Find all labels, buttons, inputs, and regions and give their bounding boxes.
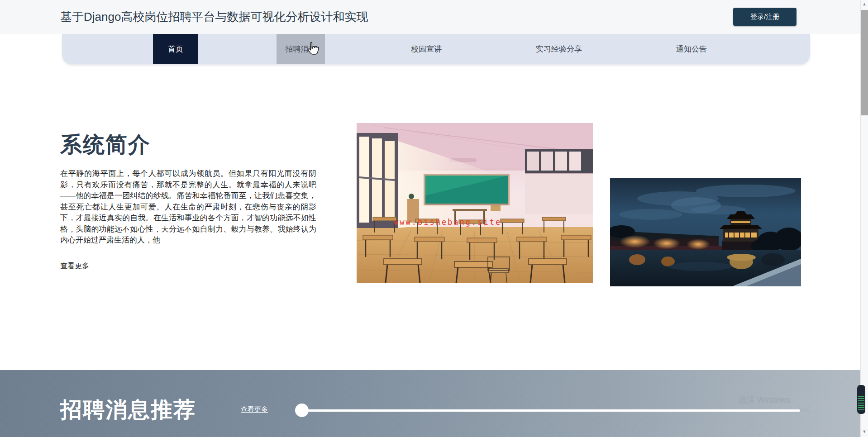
site-title: 基于Django高校岗位招聘平台与数据可视化分析设计和实现 xyxy=(60,0,368,34)
carousel-slider-handle[interactable] xyxy=(295,404,309,417)
scrollbar-thumb[interactable] xyxy=(861,10,868,115)
main-nav: 首页 招聘消息 校园宣讲 实习经验分享 通知公告 xyxy=(62,34,810,64)
nav-tab-home[interactable]: 首页 xyxy=(153,34,198,64)
palace-night-svg xyxy=(610,178,801,286)
scrollbar-up-arrow-icon[interactable]: ▲ xyxy=(861,1,868,7)
windows-activation-watermark-line1: 激活 Windows xyxy=(739,394,790,405)
intro-title: 系统简介 xyxy=(60,130,151,159)
nav-tab-internship-experience[interactable]: 实习经验分享 xyxy=(527,34,591,64)
recommend-section: 招聘消息推荐 查看更多 激活 Windows 转到“设置”以激活 Windows… xyxy=(0,370,860,437)
classroom-illustration-svg: www.bishebang.site xyxy=(357,123,593,283)
recommend-title: 招聘消息推荐 xyxy=(60,395,196,424)
recommend-more-link[interactable]: 查看更多 xyxy=(241,405,268,414)
login-register-button[interactable]: 登录/注册 xyxy=(733,8,796,26)
nav-tab-jobs[interactable]: 招聘消息 xyxy=(277,34,325,64)
scroll-minimap-stripes xyxy=(858,396,864,410)
page: 基于Django高校岗位招聘平台与数据可视化分析设计和实现 登录/注册 首页 招… xyxy=(0,0,868,437)
scroll-minimap-widget[interactable] xyxy=(857,385,865,414)
palace-night-image xyxy=(610,178,801,286)
scrollbar-down-arrow-icon[interactable]: ▼ xyxy=(861,429,868,434)
intro-more-link[interactable]: 查看更多 xyxy=(60,261,89,271)
carousel-slider-track[interactable] xyxy=(302,409,800,412)
nav-tab-campus-talks[interactable]: 校园宣讲 xyxy=(401,34,451,64)
header: 基于Django高校岗位招聘平台与数据可视化分析设计和实现 登录/注册 xyxy=(0,0,860,34)
classroom-windows-left xyxy=(357,133,398,228)
classroom-watermark-text: www.bishebang.site xyxy=(394,218,501,227)
vertical-scrollbar[interactable]: ▲ ▼ xyxy=(860,0,868,437)
nav-tab-notices[interactable]: 通知公告 xyxy=(667,34,716,64)
classroom-image: www.bishebang.site xyxy=(357,123,593,283)
classroom-windows-right xyxy=(525,149,593,214)
intro-paragraph: 在平静的海平面上，每个人都可以成为领航员。但如果只有阳光而没有阴影，只有欢乐而没… xyxy=(60,168,316,246)
